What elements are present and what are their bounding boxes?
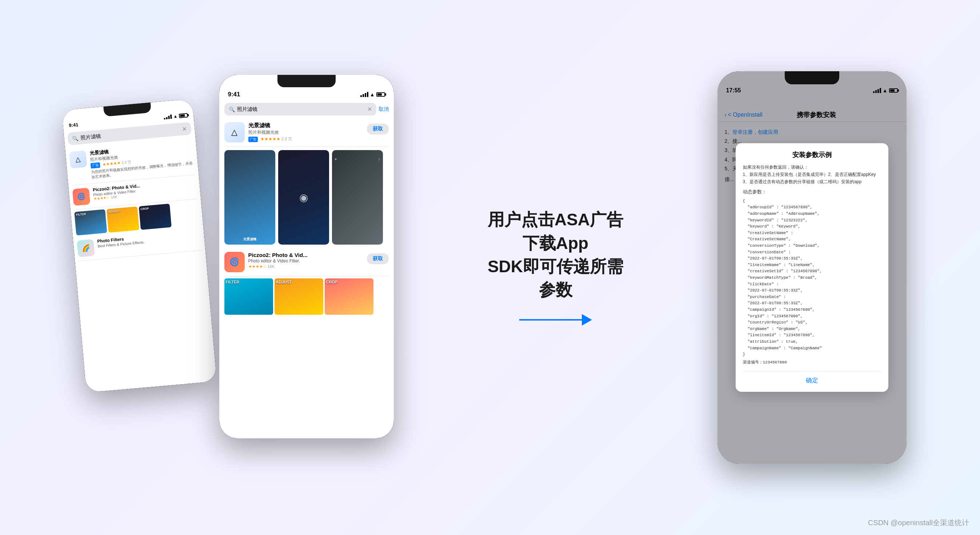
front-app1-ad-badge: 广告: [248, 137, 258, 142]
back-filter-label-1: FILTER: [76, 212, 86, 216]
back-app2-rating: 16K: [111, 195, 118, 200]
battery-icon: [178, 113, 188, 118]
front-app1-icon: △: [224, 122, 245, 143]
front-app-list: △ 光景滤镜 照片和视频光效 广告 ★★★★★ 2.3 万 获取: [219, 119, 394, 315]
search-icon: 🔍: [72, 135, 78, 141]
front-search-clear-icon[interactable]: ✕: [367, 106, 372, 113]
phones-section: 9:41 ▲: [74, 31, 394, 504]
phone-right: 17:55 ▲ ‹ < OpenInstall: [718, 71, 907, 464]
front-screenshot-3: ≡ ↕: [332, 150, 383, 244]
front-app1-meta: 广告 ★★★★★ 2.3 万: [248, 136, 363, 142]
front-wifi-icon: ▲: [370, 92, 375, 97]
back-app3-icon: 🌈: [77, 239, 95, 257]
back-filter-label-3: CROP: [140, 207, 149, 211]
dialog-overlay: 安装参数示例 如果没有任何参数返回，请确认： 1、新应用是否上传安装包（是否集成…: [718, 71, 907, 464]
front-app2-meta: ★★★★☆ 16K: [248, 264, 363, 269]
front-app2-stars: ★★★★☆: [248, 264, 267, 268]
front-filter-label-3: CROP: [326, 280, 338, 284]
front-phone-status-bar: 9:41 ▲: [219, 87, 394, 100]
back-search-text: 照片滤镜: [80, 126, 180, 141]
phone-right-screen: 17:55 ▲ ‹ < OpenInstall: [718, 71, 907, 464]
back-app1-icon: △: [69, 151, 87, 169]
dialog-channel-label: 渠道编号：1234567890: [743, 359, 881, 366]
front-search-icon: 🔍: [229, 106, 235, 112]
watermark: CSDN @openinstall全渠道统计: [868, 518, 969, 528]
back-app1-rating: 2.3 万: [121, 160, 132, 165]
back-app1-info: 光景滤镜 照片和视频光效 广告 ★★★★★ 2.3 万 为您的照片和视频实现想的…: [89, 141, 194, 179]
front-filter-label-2: ADJUST: [276, 280, 292, 284]
front-app-item-1: △ 光景滤镜 照片和视频光效 广告 ★★★★★ 2.3 万 获取: [224, 119, 389, 146]
dialog-description: 如果没有任何参数返回，请确认： 1、新应用是否上传安装包（是否集成完毕）2、是否…: [743, 164, 881, 186]
middle-section: 用户点击ASA广告下载App SDK即可传递所需参数: [483, 208, 628, 327]
front-app-item-2: 🌀 Piczoo2: Photo & Vid... Photo editor &…: [224, 248, 389, 276]
front-app2-rating: 16K: [268, 264, 275, 268]
dialog-dynamic-params-label: 动态参数：: [743, 189, 881, 195]
front-screenshots-row1: 光景滤镜 ◉ ≡ ↕: [224, 150, 389, 244]
front-app1-get-button[interactable]: 获取: [367, 124, 389, 135]
signal-bars-icon: [164, 114, 172, 119]
front-cancel-button[interactable]: 取消: [379, 106, 389, 113]
arrow-head-icon: [582, 314, 592, 325]
phone-front: 9:41 ▲: [219, 75, 394, 438]
front-app2-info: Piczoo2: Photo & Vid... Photo editor & V…: [248, 252, 363, 269]
back-search-clear-icon[interactable]: ✕: [181, 125, 187, 132]
front-battery-icon: [376, 92, 385, 97]
front-app1-info: 光景滤镜 照片和视频光效 广告 ★★★★★ 2.3 万: [248, 122, 363, 142]
front-screenshot-2: ◉: [278, 150, 329, 244]
dialog-confirm-button[interactable]: 确定: [806, 377, 818, 384]
dialog-footer: 确定: [743, 371, 881, 384]
front-thumb-filter: FILTER: [224, 278, 273, 315]
dialog-code: { "adGroupId" : "1234567890", "adGroupNa…: [743, 198, 881, 358]
back-app3-info: Photo Filters Best Filters & Picture Eff…: [97, 230, 200, 248]
back-thumb-filter: FILTER: [74, 210, 107, 235]
front-filter-label-1: FILTER: [226, 280, 240, 284]
front-signal-bars-icon: [360, 92, 368, 97]
front-app1-name: 光景滤镜: [248, 122, 363, 129]
back-thumb-adjust: ADJUST: [106, 206, 139, 233]
front-search-text: 照片滤镜: [237, 106, 365, 113]
back-thumb-crop: CROP: [138, 203, 171, 230]
front-app2-icon: 🌀: [224, 252, 245, 272]
back-app2-icon: 🌀: [72, 187, 90, 206]
back-app1-stars: ★★★★★: [102, 161, 121, 167]
front-thumb-crop: CROP: [325, 278, 374, 315]
arrow-right: [519, 313, 592, 327]
front-screenshot-1: 光景滤镜: [224, 150, 275, 244]
front-app2-get-button[interactable]: 获取: [367, 253, 389, 264]
front-app2-name: Piczoo2: Photo & Vid...: [248, 252, 363, 258]
back-filter-label-2: ADJUST: [108, 210, 120, 214]
front-phone-notch: [277, 75, 336, 87]
dialog-title: 安装参数示例: [743, 151, 881, 159]
front-filter-thumbs: FILTER ADJUST CROP: [224, 278, 389, 315]
wifi-icon: ▲: [173, 113, 177, 119]
front-search-bar[interactable]: 🔍 照片滤镜 ✕: [224, 103, 376, 116]
main-text-line1: 用户点击ASA广告下载App: [483, 208, 628, 255]
front-app1-subtitle: 照片和视频光效: [248, 129, 363, 136]
back-app1-ad-badge: 广告: [90, 162, 100, 169]
phone-back: 9:41 ▲: [62, 99, 217, 392]
arrow-line: [519, 319, 582, 321]
back-phone-time: 9:41: [68, 122, 78, 128]
back-phone-screen: 9:41 ▲: [62, 99, 217, 392]
main-text-line2: SDK即可传递所需参数: [483, 255, 628, 302]
front-search-container: 🔍 照片滤镜 ✕ 取消: [219, 100, 394, 119]
front-search-row: 🔍 照片滤镜 ✕ 取消: [224, 100, 389, 119]
main-text: 用户点击ASA广告下载App SDK即可传递所需参数: [483, 208, 628, 302]
dialog-box: 安装参数示例 如果没有任何参数返回，请确认： 1、新应用是否上传安装包（是否集成…: [736, 143, 888, 392]
front-app1-rating: 2.3 万: [282, 137, 292, 141]
front-app2-subtitle: Photo editor & Video Filter.: [248, 259, 363, 264]
main-container: 9:41 ▲: [0, 0, 980, 535]
front-phone-time: 9:41: [228, 91, 240, 98]
front-app1-stars: ★★★★★: [260, 137, 280, 141]
front-phone-status-icons: ▲: [360, 92, 385, 97]
back-app-list: △ 光景滤镜 照片和视频光效 广告 ★★★★★ 2.3 万 为您的照片和视频实现…: [65, 137, 205, 261]
front-phone-screen: 9:41 ▲: [219, 75, 394, 438]
back-phone-status-icons: ▲: [163, 113, 188, 120]
front-thumb-adjust: ADJUST: [275, 278, 323, 315]
